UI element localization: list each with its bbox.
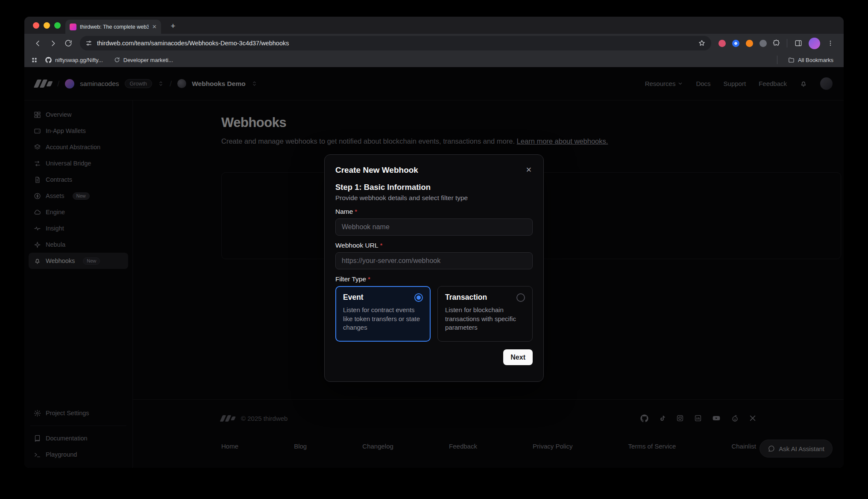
- all-bookmarks-button[interactable]: All Bookmarks: [785, 56, 837, 65]
- extensions-puzzle-icon[interactable]: [770, 37, 783, 50]
- sidebar-item-overview[interactable]: Overview: [29, 106, 128, 123]
- footer-link-blog[interactable]: Blog: [294, 443, 307, 450]
- close-icon[interactable]: ✕: [525, 165, 533, 174]
- bookmark-item-niftyswap[interactable]: niftyswap.gg/Nifty...: [42, 56, 106, 65]
- sidebar-item-assets[interactable]: Assets New: [29, 188, 128, 204]
- tab-close-icon[interactable]: ✕: [152, 24, 157, 30]
- browser-tab[interactable]: thirdweb: The complete web3... ✕: [65, 20, 161, 34]
- bell-icon: [34, 257, 41, 265]
- project-name[interactable]: Webhooks Demo: [192, 80, 245, 88]
- github-icon[interactable]: [640, 414, 648, 422]
- footer-links-row: Home Blog Changelog Feedback Privacy Pol…: [221, 443, 756, 450]
- ask-ai-assistant-button[interactable]: Ask AI Assistant: [760, 440, 833, 458]
- nav-link-feedback[interactable]: Feedback: [759, 80, 787, 87]
- create-webhook-modal: Create New Webhook ✕ Step 1: Basic Infor…: [324, 154, 544, 382]
- thirdweb-logo[interactable]: [35, 80, 52, 88]
- radio-button-event[interactable]: [414, 293, 423, 302]
- nav-link-docs[interactable]: Docs: [696, 80, 710, 87]
- sidebar-item-label: Overview: [46, 111, 71, 118]
- sidebar-item-documentation[interactable]: Documentation: [29, 430, 128, 446]
- browser-profile-avatar[interactable]: [809, 38, 820, 49]
- extension-icon-3[interactable]: [743, 37, 756, 50]
- bookmarks-bar: niftyswap.gg/Nifty... Developer marketi.…: [24, 53, 844, 67]
- close-window-button[interactable]: [33, 22, 39, 29]
- youtube-icon[interactable]: [712, 414, 721, 422]
- filter-option-transaction[interactable]: Transaction Listen for blockchain transa…: [437, 286, 533, 342]
- chat-bubble-icon: [768, 445, 775, 452]
- extension-icon-2[interactable]: [729, 37, 742, 50]
- learn-more-link[interactable]: Learn more about webhooks.: [517, 137, 608, 145]
- sidebar-item-insight[interactable]: Insight: [29, 220, 128, 236]
- notifications-bell-icon[interactable]: [800, 80, 807, 88]
- footer-link-terms-of-service[interactable]: Terms of Service: [628, 443, 676, 450]
- project-switcher-icon[interactable]: [251, 80, 258, 87]
- dashboard-top-nav: / saminacodes Growth / Webhooks Demo Res…: [24, 67, 844, 100]
- sidebar-item-label: Assets: [46, 192, 65, 199]
- apps-grid-icon[interactable]: [31, 57, 38, 63]
- sidebar-item-label: Playground: [46, 451, 77, 458]
- url-text[interactable]: thirdweb.com/team/saminacodes/Webhooks-D…: [97, 40, 693, 47]
- layers-icon: [34, 144, 41, 151]
- footer-link-home[interactable]: Home: [221, 443, 238, 450]
- maximize-window-button[interactable]: [54, 22, 61, 29]
- sidebar-item-contracts[interactable]: Contracts: [29, 171, 128, 188]
- wallet-icon: [34, 127, 41, 135]
- sidebar-item-label: In-App Wallets: [46, 127, 86, 134]
- sidebar-item-playground[interactable]: Playground: [29, 446, 128, 463]
- team-name[interactable]: saminacodes: [80, 80, 119, 88]
- minimize-window-button[interactable]: [44, 22, 50, 29]
- reddit-icon[interactable]: [731, 414, 739, 422]
- sidebar-item-label: Engine: [46, 209, 65, 216]
- footer-link-privacy-policy[interactable]: Privacy Policy: [533, 443, 572, 450]
- tune-icon[interactable]: [85, 40, 92, 47]
- back-button[interactable]: [30, 36, 45, 50]
- extension-icon-4[interactable]: [757, 37, 769, 50]
- webhook-name-input[interactable]: [335, 218, 533, 236]
- required-asterisk: *: [355, 208, 357, 216]
- browser-window: thirdweb: The complete web3... ✕ + third…: [24, 17, 844, 468]
- sidebar-item-account-abstraction[interactable]: Account Abstraction: [29, 139, 128, 155]
- radio-button-transaction[interactable]: [516, 293, 525, 302]
- sidebar-item-nebula[interactable]: Nebula: [29, 236, 128, 253]
- folder-icon: [788, 57, 795, 63]
- sidebar-item-label: Account Abstraction: [46, 144, 100, 151]
- sidebar-item-universal-bridge[interactable]: Universal Bridge: [29, 155, 128, 171]
- linkedin-icon[interactable]: [694, 414, 702, 422]
- filter-option-title: Transaction: [445, 293, 487, 302]
- copyright-text: © 2025 thirdweb: [241, 415, 287, 422]
- tiktok-icon[interactable]: [659, 415, 666, 422]
- reload-button[interactable]: [61, 36, 76, 50]
- filter-option-event[interactable]: Event Listen for contract events like to…: [335, 286, 431, 342]
- address-bar[interactable]: thirdweb.com/team/saminacodes/Webhooks-D…: [80, 36, 711, 50]
- footer-link-chainlist[interactable]: Chainlist: [731, 443, 756, 450]
- next-button[interactable]: Next: [503, 349, 533, 365]
- nav-link-resources[interactable]: Resources: [645, 80, 683, 87]
- footer-divider: [133, 399, 844, 400]
- sidebar-item-webhooks[interactable]: Webhooks New: [29, 253, 128, 269]
- nav-link-support[interactable]: Support: [724, 80, 746, 87]
- footer-brand-row: © 2025 thirdweb: [221, 414, 756, 422]
- new-tab-button[interactable]: +: [167, 20, 179, 32]
- browser-menu-icon[interactable]: [823, 36, 838, 50]
- sidebar-item-in-app-wallets[interactable]: In-App Wallets: [29, 123, 128, 139]
- extension-icon-1[interactable]: [716, 37, 728, 50]
- sidebar-item-engine[interactable]: Engine: [29, 204, 128, 220]
- breadcrumb-separator: /: [57, 79, 59, 89]
- bookmark-item-developer[interactable]: Developer marketi...: [111, 56, 176, 65]
- step-subtitle: Provide webhook details and select filte…: [335, 194, 533, 202]
- project-avatar[interactable]: [177, 79, 186, 88]
- footer-link-feedback[interactable]: Feedback: [449, 443, 477, 450]
- bookmark-star-icon[interactable]: [698, 39, 706, 47]
- side-panel-icon[interactable]: [791, 36, 806, 50]
- instagram-icon[interactable]: [676, 414, 684, 422]
- user-avatar[interactable]: [820, 77, 833, 90]
- webhook-url-input[interactable]: [335, 252, 533, 269]
- sidebar-item-project-settings[interactable]: Project Settings: [29, 405, 128, 421]
- thirdweb-favicon: [70, 24, 76, 30]
- team-avatar[interactable]: [65, 79, 74, 89]
- forward-button[interactable]: [46, 36, 60, 50]
- x-icon[interactable]: [749, 415, 756, 422]
- footer-link-changelog[interactable]: Changelog: [362, 443, 393, 450]
- team-switcher-icon[interactable]: [158, 80, 164, 87]
- filter-type-label: Filter Type*: [335, 275, 533, 283]
